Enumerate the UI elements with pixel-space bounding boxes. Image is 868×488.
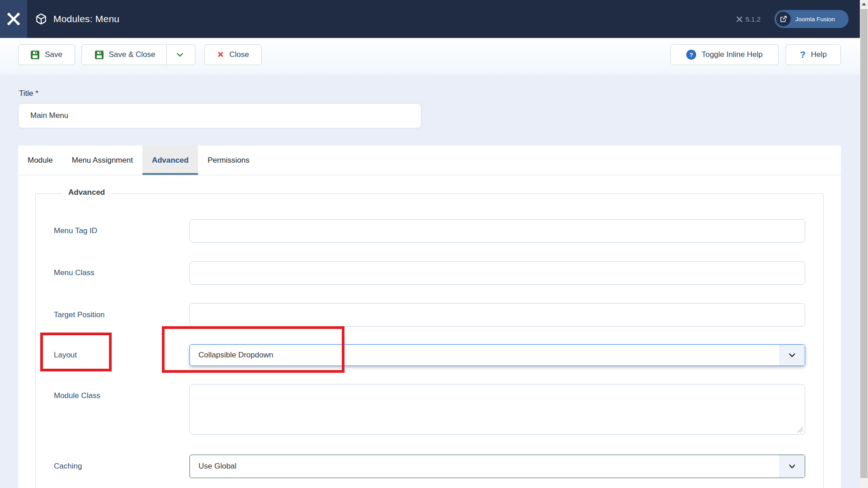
help-label: Help — [811, 50, 827, 59]
menu-tag-id-label: Menu Tag ID — [54, 226, 97, 235]
close-icon: ✕ — [217, 51, 224, 59]
save-icon — [95, 51, 104, 59]
toggle-inline-help-label: Toggle Inline Help — [702, 50, 763, 59]
save-and-close-button[interactable]: Save & Close — [81, 44, 195, 65]
joomla-fusion-button[interactable]: Joomla Fusion — [774, 10, 849, 28]
layout-label: Layout — [54, 351, 77, 360]
field-row-module-class: Module Class — [36, 384, 823, 435]
tab-module[interactable]: Module — [18, 145, 62, 175]
joomla-logo-icon — [6, 11, 21, 27]
layout-select-value: Collapsible Dropdown — [198, 351, 273, 360]
menu-tag-id-input[interactable] — [189, 219, 805, 243]
joomla-logo-button[interactable] — [0, 0, 27, 38]
save-button[interactable]: Save — [18, 44, 75, 65]
target-position-label: Target Position — [54, 310, 104, 319]
caching-label: Caching — [54, 462, 82, 471]
joomla-version-icon — [736, 16, 743, 23]
layout-select[interactable]: Collapsible Dropdown — [189, 344, 805, 366]
toggle-inline-help-button[interactable]: ? Toggle Inline Help — [670, 44, 778, 65]
joomla-fusion-label: Joomla Fusion — [795, 16, 835, 23]
question-mark-icon: ? — [800, 50, 805, 60]
version-indicator: 5.1.2 — [736, 0, 760, 38]
help-icon: ? — [686, 50, 696, 60]
module-class-textarea[interactable] — [189, 384, 805, 435]
tab-permissions[interactable]: Permissions — [198, 145, 259, 175]
external-link-icon — [780, 15, 787, 23]
save-and-close-label: Save & Close — [109, 50, 156, 59]
content-panel: Module Menu Assignment Advanced Permissi… — [18, 145, 841, 488]
module-title-label: Title * — [19, 89, 38, 98]
save-icon — [31, 51, 39, 59]
field-row-layout: Layout Collapsible Dropdown — [36, 344, 823, 366]
tab-advanced[interactable]: Advanced — [142, 145, 198, 175]
scrollbar-thumb[interactable] — [860, 9, 868, 478]
toolbar: Save Save & Close ✕ Close ? Toggle Inlin… — [0, 38, 860, 75]
resize-grip-icon[interactable] — [797, 427, 803, 432]
tab-menu-assignment[interactable]: Menu Assignment — [62, 145, 142, 175]
vertical-scrollbar[interactable] — [860, 0, 868, 488]
save-options-dropdown-toggle[interactable] — [167, 45, 193, 65]
package-icon — [35, 13, 47, 25]
page-title: Modules: Menu — [53, 14, 119, 24]
tab-bar: Module Menu Assignment Advanced Permissi… — [18, 145, 841, 175]
chevron-down-icon — [787, 461, 797, 471]
fieldset-legend: Advanced — [62, 188, 111, 197]
caching-select-arrow[interactable] — [779, 455, 805, 478]
caching-select[interactable]: Use Global — [189, 455, 805, 478]
version-text: 5.1.2 — [745, 15, 760, 23]
module-title-input[interactable] — [18, 103, 421, 128]
field-row-menu-class: Menu Class — [36, 261, 823, 285]
module-class-label: Module Class — [54, 391, 100, 400]
menu-class-label: Menu Class — [54, 268, 94, 277]
target-position-input[interactable] — [189, 303, 805, 327]
top-bar: Modules: Menu 5.1.2 Joomla Fusion — [0, 0, 860, 38]
caching-select-value: Use Global — [198, 462, 236, 471]
layout-select-arrow[interactable] — [779, 345, 805, 366]
advanced-fieldset: Advanced Menu Tag ID Menu Class Target P… — [35, 193, 824, 488]
help-button[interactable]: ? Help — [786, 44, 841, 65]
save-label: Save — [45, 50, 62, 59]
field-row-target-position: Target Position — [36, 303, 823, 327]
field-row-caching: Caching Use Global — [36, 455, 823, 478]
field-row-menu-tag-id: Menu Tag ID — [36, 219, 823, 243]
chevron-down-icon — [787, 350, 797, 360]
close-label: Close — [229, 50, 249, 59]
close-button[interactable]: ✕ Close — [204, 44, 262, 65]
menu-class-input[interactable] — [189, 261, 805, 285]
scroll-up-arrow[interactable] — [862, 3, 866, 5]
chevron-down-icon — [175, 50, 184, 59]
